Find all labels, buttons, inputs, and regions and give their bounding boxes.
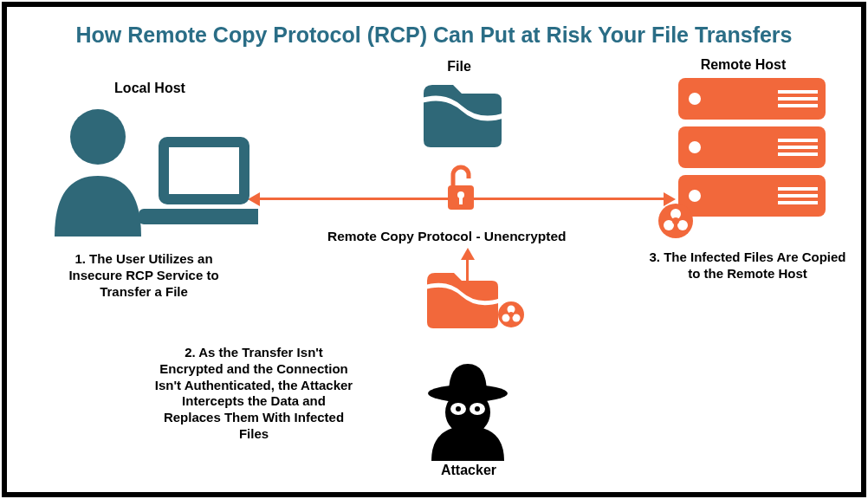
- svg-rect-6: [459, 196, 463, 204]
- step2-caption: 2. As the Transfer Isn't Encrypted and t…: [154, 345, 353, 443]
- svg-rect-2: [169, 147, 239, 194]
- step1-caption: 1. The User Utilizes an Insecure RCP Ser…: [49, 251, 239, 300]
- svg-rect-17: [778, 146, 818, 149]
- svg-point-31: [508, 312, 514, 317]
- step3-caption: 3. The Infected Files Are Copied to the …: [648, 250, 847, 282]
- local-host-label: Local Host: [89, 81, 211, 96]
- svg-point-26: [672, 217, 679, 224]
- svg-point-37: [475, 406, 480, 412]
- biohazard-icon: [657, 202, 695, 240]
- svg-rect-3: [139, 209, 258, 224]
- server-stack-icon: [674, 75, 834, 226]
- remote-host-label: Remote Host: [674, 57, 813, 73]
- page-title: How Remote Copy Protocol (RCP) Can Put a…: [7, 23, 861, 48]
- svg-point-36: [456, 406, 461, 412]
- diagram-canvas: How Remote Copy Protocol (RCP) Can Put a…: [7, 7, 861, 492]
- svg-rect-15: [778, 104, 818, 107]
- attacker-label: Attacker: [430, 463, 508, 478]
- svg-rect-13: [778, 90, 818, 94]
- svg-point-10: [689, 93, 701, 105]
- rcp-unencrypted-label: Remote Copy Protocol - Unencrypted: [327, 229, 567, 244]
- attacker-icon: [414, 355, 522, 463]
- svg-point-12: [689, 190, 701, 202]
- user-laptop-icon: [42, 98, 258, 241]
- open-padlock-icon: [443, 163, 479, 215]
- svg-rect-21: [778, 201, 818, 204]
- biohazard-icon-small: [496, 300, 526, 329]
- file-label: File: [433, 59, 485, 75]
- svg-rect-19: [778, 187, 818, 191]
- svg-point-0: [70, 109, 126, 165]
- svg-rect-14: [778, 97, 818, 100]
- folder-icon: [418, 78, 505, 152]
- svg-rect-20: [778, 194, 818, 198]
- svg-rect-18: [778, 152, 818, 156]
- folder-infected-icon: [423, 267, 501, 332]
- svg-rect-16: [778, 139, 818, 142]
- svg-point-11: [689, 141, 701, 153]
